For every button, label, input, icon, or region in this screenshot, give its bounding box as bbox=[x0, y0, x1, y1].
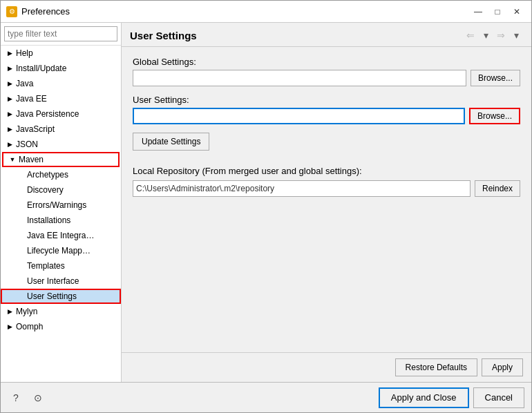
nav-dropdown1-button[interactable]: ▾ bbox=[479, 28, 493, 42]
local-repo-label: Local Repository (From merged user and g… bbox=[133, 166, 520, 176]
right-header: User Settings ⇐ ▾ ⇒ ▾ bbox=[122, 23, 531, 47]
tree-spacer-errors-warnings bbox=[16, 200, 26, 210]
tree-item-lifecycle-mappings[interactable]: Lifecycle Mapp… bbox=[1, 243, 121, 258]
right-panel: User Settings ⇐ ▾ ⇒ ▾ Global Settings: B… bbox=[122, 23, 531, 382]
tree-item-help[interactable]: ▶Help bbox=[1, 46, 121, 61]
tree-arrow-oomph[interactable]: ▶ bbox=[5, 322, 15, 332]
tree-label-installations: Installations bbox=[27, 215, 70, 225]
tree-label-java: Java bbox=[16, 79, 33, 88]
local-repo-section: Local Repository (From merged user and g… bbox=[133, 166, 520, 197]
user-settings-input[interactable] bbox=[133, 108, 465, 124]
tree-item-json[interactable]: ▶JSON bbox=[1, 137, 121, 152]
tree-area[interactable]: ▶Help▶Install/Update▶Java▶Java EE▶Java P… bbox=[1, 46, 121, 382]
tree-arrow-help[interactable]: ▶ bbox=[5, 48, 15, 58]
tree-spacer-installations bbox=[16, 215, 26, 225]
tree-label-java-persistence: Java Persistence bbox=[16, 109, 79, 119]
help-button[interactable]: ? bbox=[8, 390, 24, 406]
nav-dropdown2-button[interactable]: ▾ bbox=[509, 28, 523, 42]
apply-and-close-button[interactable]: Apply and Close bbox=[379, 387, 469, 408]
window-icon: ⚙ bbox=[6, 6, 17, 17]
tree-item-java-ee-integration[interactable]: Java EE Integra… bbox=[1, 228, 121, 243]
filter-input-wrap bbox=[1, 23, 121, 46]
update-settings-button[interactable]: Update Settings bbox=[133, 133, 209, 151]
right-title: User Settings bbox=[130, 30, 197, 41]
tree-spacer-archetypes bbox=[16, 170, 26, 180]
tree-arrow-javascript[interactable]: ▶ bbox=[5, 124, 15, 134]
global-settings-label: Global Settings: bbox=[133, 57, 520, 67]
tree-label-templates: Templates bbox=[27, 261, 65, 271]
tree-spacer-java-ee-integration bbox=[16, 231, 26, 240]
user-browse-button[interactable]: Browse... bbox=[469, 108, 520, 124]
main-content: ▶Help▶Install/Update▶Java▶Java EE▶Java P… bbox=[1, 23, 531, 382]
global-settings-row: Browse... bbox=[133, 70, 520, 86]
tree-item-errors-warnings[interactable]: Errors/Warnings bbox=[1, 198, 121, 213]
window-title: Preferences bbox=[21, 6, 469, 17]
tree-item-installations[interactable]: Installations bbox=[1, 213, 121, 228]
settings-icon-button[interactable]: ⊙ bbox=[30, 390, 46, 406]
tree-label-java-ee-integration: Java EE Integra… bbox=[27, 231, 94, 240]
tree-label-user-settings: User Settings bbox=[27, 291, 77, 301]
tree-item-user-interface[interactable]: User Interface bbox=[1, 273, 121, 289]
tree-label-maven: Maven bbox=[19, 155, 44, 164]
tree-label-help: Help bbox=[16, 48, 33, 58]
tree-item-maven[interactable]: ▼Maven bbox=[2, 152, 120, 167]
tree-label-discovery: Discovery bbox=[27, 185, 64, 195]
minimize-button[interactable]: — bbox=[469, 4, 487, 19]
tree-label-lifecycle-mappings: Lifecycle Mapp… bbox=[27, 246, 91, 256]
tree-item-javascript[interactable]: ▶JavaScript bbox=[1, 122, 121, 137]
tree-item-templates[interactable]: Templates bbox=[1, 258, 121, 273]
tree-item-mylyn[interactable]: ▶Mylyn bbox=[1, 304, 121, 319]
bottom-left: ? ⊙ bbox=[8, 390, 46, 406]
title-bar: ⚙ Preferences — □ ✕ bbox=[1, 1, 531, 23]
left-panel: ▶Help▶Install/Update▶Java▶Java EE▶Java P… bbox=[1, 23, 122, 382]
maximize-button[interactable]: □ bbox=[488, 4, 506, 19]
user-settings-label: User Settings: bbox=[133, 95, 520, 105]
restore-defaults-button[interactable]: Restore Defaults bbox=[395, 358, 477, 376]
global-settings-group: Global Settings: Browse... bbox=[133, 57, 520, 86]
local-repo-input[interactable] bbox=[133, 180, 471, 197]
tree-label-javascript: JavaScript bbox=[16, 124, 55, 134]
tree-item-java-persistence[interactable]: ▶Java Persistence bbox=[1, 106, 121, 122]
tree-label-mylyn: Mylyn bbox=[16, 307, 37, 316]
tree-label-archetypes: Archetypes bbox=[27, 170, 68, 180]
tree-spacer-lifecycle-mappings bbox=[16, 246, 26, 256]
title-bar-controls: — □ ✕ bbox=[469, 4, 526, 19]
bottom-right: Apply and Close Cancel bbox=[379, 387, 524, 408]
tree-item-archetypes[interactable]: Archetypes bbox=[1, 167, 121, 182]
tree-label-errors-warnings: Errors/Warnings bbox=[27, 200, 86, 210]
cancel-button[interactable]: Cancel bbox=[473, 387, 524, 408]
tree-item-user-settings[interactable]: User Settings bbox=[1, 289, 121, 304]
user-settings-group: User Settings: Browse... bbox=[133, 95, 520, 124]
tree-arrow-maven[interactable]: ▼ bbox=[8, 155, 17, 164]
tree-item-java-ee[interactable]: ▶Java EE bbox=[1, 91, 121, 106]
global-browse-button[interactable]: Browse... bbox=[471, 70, 520, 86]
tree-item-oomph[interactable]: ▶Oomph bbox=[1, 319, 121, 334]
bottom-bar: ? ⊙ Apply and Close Cancel bbox=[1, 382, 531, 412]
tree-spacer-user-interface bbox=[16, 276, 26, 286]
reindex-button[interactable]: Reindex bbox=[475, 180, 520, 197]
tree-arrow-json[interactable]: ▶ bbox=[5, 140, 15, 149]
nav-forward-button[interactable]: ⇒ bbox=[494, 28, 508, 42]
tree-arrow-install-update[interactable]: ▶ bbox=[5, 64, 15, 73]
nav-arrows: ⇐ ▾ ⇒ ▾ bbox=[464, 28, 523, 42]
global-settings-input[interactable] bbox=[133, 70, 466, 86]
tree-label-json: JSON bbox=[16, 140, 38, 149]
tree-label-oomph: Oomph bbox=[16, 322, 43, 332]
filter-input[interactable] bbox=[4, 26, 117, 41]
apply-button[interactable]: Apply bbox=[482, 358, 523, 376]
tree-spacer-templates bbox=[16, 261, 26, 271]
tree-arrow-java-ee[interactable]: ▶ bbox=[5, 94, 15, 104]
nav-back-button[interactable]: ⇐ bbox=[464, 28, 477, 42]
tree-item-discovery[interactable]: Discovery bbox=[1, 182, 121, 198]
tree-arrow-mylyn[interactable]: ▶ bbox=[5, 307, 15, 316]
tree-label-java-ee: Java EE bbox=[16, 94, 47, 104]
user-settings-row: Browse... bbox=[133, 108, 520, 124]
close-button[interactable]: ✕ bbox=[508, 4, 526, 19]
tree-arrow-java[interactable]: ▶ bbox=[5, 79, 15, 88]
tree-item-java[interactable]: ▶Java bbox=[1, 76, 121, 91]
preferences-window: ⚙ Preferences — □ ✕ ▶Help▶Install/Update… bbox=[0, 0, 532, 413]
right-body: Global Settings: Browse... User Settings… bbox=[122, 47, 531, 352]
tree-arrow-java-persistence[interactable]: ▶ bbox=[5, 109, 15, 119]
tree-label-user-interface: User Interface bbox=[27, 276, 79, 286]
tree-item-install-update[interactable]: ▶Install/Update bbox=[1, 61, 121, 76]
